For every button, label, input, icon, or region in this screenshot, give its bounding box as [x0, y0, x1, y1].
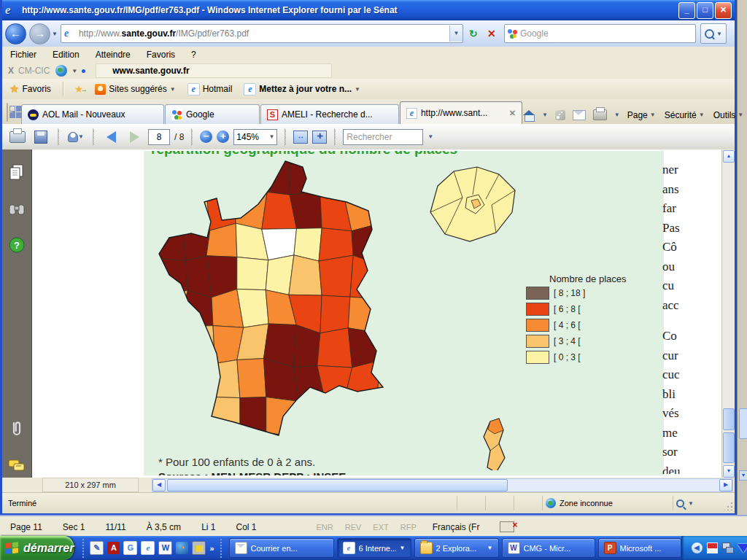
search-input[interactable]: Google: [504, 24, 696, 43]
comments-icon[interactable]: [7, 456, 26, 475]
tab-http-www-sant[interactable]: ehttp://www.sant...✕: [400, 101, 522, 124]
zoom-level-select[interactable]: 145% ▼: [233, 129, 277, 145]
menu-atteindre[interactable]: Atteindre: [88, 50, 139, 60]
attachments-paperclip-icon[interactable]: [7, 419, 26, 438]
favorite-hotmail[interactable]: eHotmail: [182, 80, 239, 98]
rss-feed-icon[interactable]: [555, 110, 565, 120]
print-dropdown-arrow[interactable]: ▼: [614, 112, 620, 118]
minimize-button[interactable]: _: [678, 2, 695, 19]
pages-panel-icon[interactable]: [7, 163, 26, 182]
background-scrollbar-arrow[interactable]: ▼: [739, 470, 747, 481]
refresh-button[interactable]: ↻: [465, 25, 481, 42]
tab-google[interactable]: Google: [165, 104, 260, 124]
page-number-input[interactable]: 8: [148, 129, 170, 145]
quicklaunch-notes-icon[interactable]: ✎: [90, 541, 104, 555]
quicklaunch-acrobat-icon[interactable]: A: [107, 542, 120, 554]
quicklaunch-overflow-chevron[interactable]: »: [209, 544, 214, 553]
read-mail-icon[interactable]: [573, 110, 586, 120]
pdf-vertical-scrollbar[interactable]: ▲ ▼: [721, 149, 735, 478]
taskbar-button-6-interne[interactable]: e6 Interne...▼: [337, 538, 411, 558]
fit-page-icon[interactable]: ✛: [312, 131, 327, 144]
word-toggle-rfp[interactable]: RFP: [395, 523, 422, 532]
resize-grip[interactable]: [724, 502, 733, 510]
taskbar-button-courrier-en[interactable]: Courrier en...: [229, 538, 334, 558]
word-toggle-ext[interactable]: EXT: [367, 523, 394, 532]
favorite-sites-sugg-r-s[interactable]: Sites suggérés▼: [89, 80, 181, 98]
pdf-save-icon[interactable]: [34, 131, 47, 144]
home-icon[interactable]: [523, 110, 535, 120]
command-outils[interactable]: Outils▼: [713, 110, 744, 120]
spellcheck-icon[interactable]: [500, 521, 514, 532]
tray-antivirus-icon[interactable]: [707, 542, 718, 553]
address-dropdown-arrow[interactable]: ▼: [449, 26, 462, 42]
quick-tabs-button[interactable]: [7, 103, 8, 122]
tray-network-icon[interactable]: [722, 542, 733, 553]
zoom-out-icon[interactable]: −: [200, 131, 212, 143]
recent-pages-arrow[interactable]: ▼: [52, 31, 58, 37]
background-scrollbar-thumb[interactable]: [739, 408, 747, 439]
scroll-left-arrow[interactable]: ◀: [152, 479, 166, 491]
stop-button[interactable]: ✕: [484, 25, 500, 42]
next-view-icon[interactable]: [130, 131, 139, 143]
quicklaunch-netmeeting-icon[interactable]: ▣: [192, 541, 206, 555]
favorites-button[interactable]: Favoris: [22, 84, 50, 94]
favorite-mettez-jour-votre-n[interactable]: eMettez à jour votre n...▼: [238, 80, 366, 98]
previous-view-icon[interactable]: [107, 131, 116, 143]
page-zoom-icon[interactable]: [676, 499, 684, 508]
pdf-collaborate-arrow[interactable]: ▼: [78, 133, 84, 140]
pdf-print-icon[interactable]: [9, 131, 26, 143]
scroll-up-arrow[interactable]: ▲: [723, 150, 735, 163]
cmcic-close-button[interactable]: X: [8, 66, 14, 76]
back-button[interactable]: ←: [5, 23, 26, 44]
start-button[interactable]: démarrer: [0, 536, 74, 560]
horizontal-scrollbar[interactable]: ◀ ▶: [152, 478, 733, 492]
tray-filter-icon[interactable]: [738, 544, 747, 553]
word-toggle-rev[interactable]: REV: [339, 523, 368, 532]
horizontal-scroll-thumb[interactable]: [167, 479, 508, 491]
scroll-split-handle[interactable]: [723, 408, 735, 430]
pdf-collaborate-icon[interactable]: [68, 132, 78, 142]
pdf-search-arrow[interactable]: ▼: [427, 133, 433, 140]
scroll-thumb[interactable]: [723, 432, 735, 463]
tray-collapse-chevron[interactable]: ◀: [692, 542, 703, 553]
maximize-button[interactable]: □: [697, 2, 713, 19]
binoculars-search-icon[interactable]: [7, 199, 26, 218]
print-icon[interactable]: [593, 109, 607, 120]
menu-fichier[interactable]: Fichier: [2, 50, 44, 60]
favorite-dropdown-arrow[interactable]: ▼: [355, 86, 360, 93]
forward-button[interactable]: →: [29, 23, 50, 44]
search-options-arrow[interactable]: ▼: [716, 31, 722, 37]
page-zoom-arrow[interactable]: ▼: [688, 500, 694, 507]
menu-edition[interactable]: Edition: [44, 50, 88, 60]
menu-favoris[interactable]: Favoris: [139, 50, 183, 60]
menu-[interactable]: ?: [183, 50, 204, 60]
command-page[interactable]: Page▼: [627, 110, 656, 120]
search-button[interactable]: ▼: [700, 23, 727, 44]
address-input[interactable]: e http://www.sante.gouv.fr/IMG/pdf/er763…: [61, 24, 463, 43]
word-toggle-enr[interactable]: ENR: [311, 523, 339, 532]
pdf-search-input[interactable]: Rechercher: [343, 129, 423, 145]
command-s-curit[interactable]: Sécurité▼: [665, 110, 705, 120]
tab-ameli-recherche-d[interactable]: SAMELI - Recherche d...: [260, 104, 399, 124]
taskbar-button-microsoft[interactable]: PMicrosoft ...: [598, 538, 681, 558]
tab-close-icon[interactable]: ✕: [509, 109, 516, 118]
tab-aol-mail-nouveaux[interactable]: AOL Mail - Nouveaux: [21, 104, 164, 124]
cmcic-dropdown-arrow[interactable]: ▼: [71, 68, 77, 74]
tab-list-arrow[interactable]: ▼: [11, 110, 17, 117]
fit-width-icon[interactable]: ↔: [293, 131, 308, 144]
favorite-dropdown-arrow[interactable]: ▼: [170, 86, 176, 93]
taskbar-button-cmg-micr[interactable]: WCMG - Micr...: [502, 538, 595, 558]
close-button[interactable]: ✕: [715, 2, 732, 19]
taskbar-group-arrow[interactable]: ▼: [487, 545, 493, 551]
home-dropdown-arrow[interactable]: ▼: [542, 112, 548, 118]
scroll-down-arrow[interactable]: ▼: [723, 465, 735, 478]
how-to-help-icon[interactable]: ?: [7, 236, 26, 254]
zoom-in-icon[interactable]: +: [217, 131, 229, 143]
quicklaunch-ie-icon[interactable]: e: [141, 541, 155, 555]
taskbar-group-arrow[interactable]: ▼: [400, 545, 406, 551]
add-favorite-icon[interactable]: ★: [74, 83, 84, 95]
quicklaunch-google-icon[interactable]: G: [123, 541, 137, 555]
quicklaunch-word-icon[interactable]: W: [158, 541, 172, 555]
taskbar-button-2-explora[interactable]: 2 Explora...▼: [414, 538, 499, 558]
quicklaunch-firefox-icon[interactable]: ◔: [176, 542, 188, 554]
